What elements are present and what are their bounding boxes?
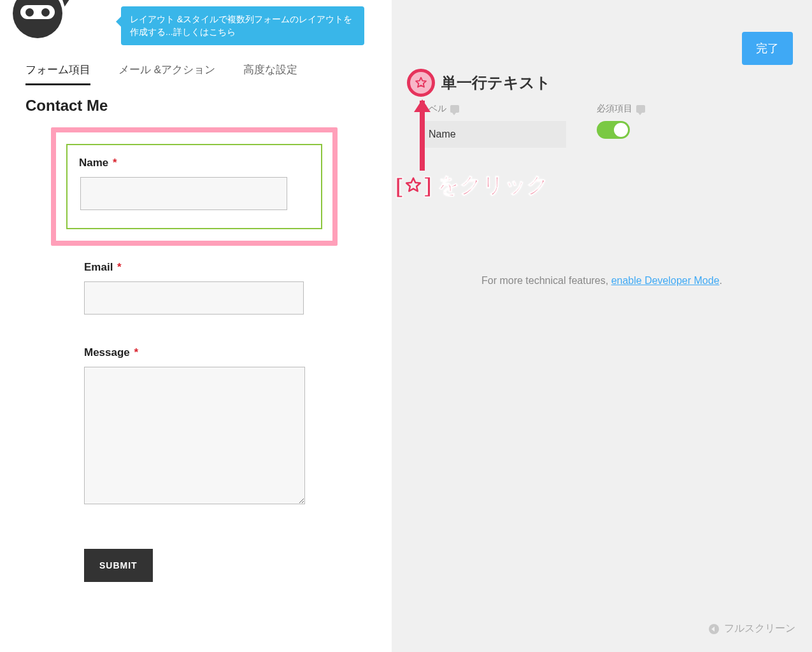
annotation-prefix: [ xyxy=(395,173,402,198)
fullscreen-toggle[interactable]: フルスクリーン xyxy=(709,622,795,635)
field-label-email: Email * xyxy=(84,261,122,274)
field-label-text: Name xyxy=(79,157,108,169)
favorite-star-button[interactable] xyxy=(407,69,435,97)
required-star-icon: * xyxy=(113,157,117,169)
builder-tabs: フォーム項目 メール &アクション 高度な設定 xyxy=(25,62,297,85)
field-settings-row: ラベル 必須項目 xyxy=(420,103,793,148)
setting-required-caption: 必須項目 xyxy=(597,103,645,115)
fullscreen-label: フルスクリーン xyxy=(724,622,795,635)
required-star-icon: * xyxy=(134,346,139,358)
tab-form-fields[interactable]: フォーム項目 xyxy=(25,62,90,85)
tab-advanced[interactable]: 高度な設定 xyxy=(243,62,297,85)
field-label-input[interactable] xyxy=(420,121,566,148)
hint-tooltip[interactable]: レイアウト &スタイルで複数列フォームのレイアウトを作成する...詳しくはこちら xyxy=(121,6,364,45)
field-email[interactable]: Email * xyxy=(51,261,338,315)
field-settings-panel: 完了 単一行テキスト ラベル 必須項目 [ xyxy=(392,0,812,652)
form-title: Contact Me xyxy=(25,97,108,115)
comment-icon[interactable] xyxy=(450,105,459,113)
field-label-text: Message xyxy=(84,346,130,358)
developer-mode-hint: For more technical features, enable Deve… xyxy=(392,275,812,287)
form-builder-panel: レイアウト &スタイルで複数列フォームのレイアウトを作成する...詳しくはこちら… xyxy=(0,0,392,652)
selected-field-outline[interactable]: Name * xyxy=(66,144,322,229)
tab-mail-actions[interactable]: メール &アクション xyxy=(118,62,215,85)
submit-button[interactable]: SUBMIT xyxy=(84,549,153,582)
annotation-arrow-icon xyxy=(420,101,425,171)
field-label-message: Message * xyxy=(84,346,138,359)
done-button[interactable]: 完了 xyxy=(742,32,793,65)
annotation-highlight-outer: Name * xyxy=(51,127,338,246)
form-preview: Name * Email * Message * SUBMIT xyxy=(51,127,338,582)
star-outline-icon xyxy=(404,176,423,195)
field-label-text: Email xyxy=(84,261,113,273)
annotation-callout: [ ] をクリック xyxy=(395,171,549,200)
dev-mode-suffix: . xyxy=(720,275,722,286)
annotation-suffix: ] をクリック xyxy=(424,171,549,200)
message-textarea[interactable] xyxy=(84,367,305,504)
star-outline-icon xyxy=(414,76,428,90)
setting-label-text: 必須項目 xyxy=(597,103,632,115)
field-settings-header: 単一行テキスト xyxy=(407,69,551,97)
enable-developer-mode-link[interactable]: enable Developer Mode xyxy=(611,275,720,286)
name-input[interactable] xyxy=(80,177,287,210)
collapse-icon xyxy=(709,624,719,634)
email-input[interactable] xyxy=(84,281,304,315)
setting-label-caption: ラベル xyxy=(420,103,592,115)
field-label-name: Name * xyxy=(79,157,117,169)
dev-mode-prefix: For more technical features, xyxy=(481,275,611,286)
ninja-logo xyxy=(13,0,89,43)
required-star-icon: * xyxy=(117,261,122,273)
field-message[interactable]: Message * xyxy=(51,346,338,504)
field-type-title: 単一行テキスト xyxy=(441,73,551,93)
toggle-knob xyxy=(614,123,628,137)
required-toggle[interactable] xyxy=(597,121,630,139)
comment-icon[interactable] xyxy=(636,105,645,113)
